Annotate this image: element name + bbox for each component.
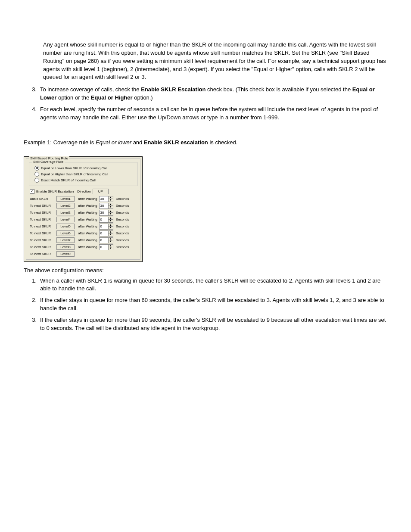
spinner-down-icon[interactable]: ▼ xyxy=(109,247,113,250)
t: check box. (This check box is available … xyxy=(206,86,352,93)
level-row: To next SKLRLevel3after Waiting30▲▼Secon… xyxy=(30,210,138,216)
wait-spinner[interactable]: 0▲▼ xyxy=(99,237,113,243)
level-row-label: To next SKLR xyxy=(30,231,55,235)
level-row-label: To next SKLR xyxy=(30,252,55,256)
wait-value[interactable]: 30 xyxy=(100,196,108,202)
explain-heading: The above configuration means: xyxy=(24,267,387,274)
t: option.) xyxy=(133,94,153,101)
level-button[interactable]: Level5 xyxy=(56,224,75,229)
t: Enable SKLR Escalation xyxy=(141,86,206,93)
t: option or the xyxy=(56,94,91,101)
explain-item-number: 3. xyxy=(24,316,40,333)
level-button[interactable]: Level6 xyxy=(56,230,75,236)
wait-value[interactable]: 0 xyxy=(100,224,108,229)
wait-value[interactable]: 0 xyxy=(100,238,108,243)
level-button[interactable]: Level1 xyxy=(56,196,75,202)
wait-value[interactable]: 30 xyxy=(100,210,108,215)
seconds-label: Seconds xyxy=(116,224,129,228)
level-row: To next SKLRLevel4after Waiting0▲▼Second… xyxy=(30,217,138,223)
coverage-radio-label: Equal or Higher than SKLR of Incoming Ca… xyxy=(41,172,108,176)
spinner-down-icon[interactable]: ▼ xyxy=(109,227,113,229)
level-row-label: To next SKLR xyxy=(30,224,55,228)
level-button[interactable]: Level8 xyxy=(56,244,75,250)
after-waiting-label: after Waiting xyxy=(78,245,97,249)
after-waiting-label: after Waiting xyxy=(78,224,97,228)
skill-routing-fieldset: Skill Based Routing Rule Skill Coverage … xyxy=(26,159,140,260)
wait-spinner[interactable]: 0▲▼ xyxy=(99,224,113,230)
level-row: Basic SKLRLevel1after Waiting30▲▼Seconds xyxy=(30,196,138,202)
t: To increase coverage of calls, check the xyxy=(40,86,141,93)
coverage-radio-label: Exact Match SKLR of Incoming Call xyxy=(41,178,96,182)
level-row-label: To next SKLR xyxy=(30,238,55,242)
wait-spinner[interactable]: 30▲▼ xyxy=(99,210,113,216)
direction-label: Direction xyxy=(77,190,91,193)
level-row-label: Basic SKLR xyxy=(30,197,55,201)
level-row: To next SKLRLevel9 xyxy=(30,251,138,257)
wait-value[interactable]: 0 xyxy=(100,217,108,222)
step4-text: For each level, specify the number of se… xyxy=(40,106,387,122)
coverage-radio[interactable] xyxy=(34,172,39,177)
step3-number: 3. xyxy=(24,86,40,102)
example-heading: Example 1: Coverage rule is Equal or low… xyxy=(24,139,387,146)
wait-spinner[interactable]: 30▲▼ xyxy=(99,196,113,202)
spinner-down-icon[interactable]: ▼ xyxy=(109,199,113,202)
after-waiting-label: after Waiting xyxy=(78,238,97,242)
intro-paragraph: Any agent whose skill number is equal to… xyxy=(43,41,387,81)
seconds-label: Seconds xyxy=(116,238,129,242)
seconds-label: Seconds xyxy=(116,211,129,215)
wait-value[interactable]: 0 xyxy=(100,245,108,250)
after-waiting-label: after Waiting xyxy=(78,211,97,215)
seconds-label: Seconds xyxy=(116,245,129,249)
level-button[interactable]: Level3 xyxy=(56,210,75,215)
explain-item-number: 2. xyxy=(24,296,40,313)
level-row: To next SKLRLevel7after Waiting0▲▼Second… xyxy=(30,237,138,243)
level-row-label: To next SKLR xyxy=(30,245,55,249)
wait-spinner[interactable]: 30▲▼ xyxy=(99,203,113,209)
coverage-radio[interactable] xyxy=(34,166,39,171)
level-button[interactable]: Level9 xyxy=(56,251,75,257)
spinner-down-icon[interactable]: ▼ xyxy=(109,240,113,243)
level-row: To next SKLRLevel5after Waiting0▲▼Second… xyxy=(30,224,138,230)
wait-value[interactable]: 0 xyxy=(100,231,108,236)
inner-legend: Skill Coverage Rule xyxy=(32,160,65,164)
t: is checked. xyxy=(208,139,238,146)
spinner-down-icon[interactable]: ▼ xyxy=(109,206,113,208)
level-row: To next SKLRLevel8after Waiting0▲▼Second… xyxy=(30,244,138,250)
after-waiting-label: after Waiting xyxy=(78,231,97,235)
level-row-label: To next SKLR xyxy=(30,218,55,221)
wait-value[interactable]: 30 xyxy=(100,203,108,208)
level-button[interactable]: Level4 xyxy=(56,217,75,222)
wait-spinner[interactable]: 0▲▼ xyxy=(99,230,113,236)
coverage-radio[interactable] xyxy=(34,178,39,183)
level-row-label: To next SKLR xyxy=(30,211,55,215)
seconds-label: Seconds xyxy=(116,204,129,208)
t: Enable SKLR escalation xyxy=(144,139,208,146)
spinner-down-icon[interactable]: ▼ xyxy=(109,220,113,222)
after-waiting-label: after Waiting xyxy=(78,197,97,201)
spinner-down-icon[interactable]: ▼ xyxy=(109,213,113,215)
skill-routing-panel: Skill Based Routing Rule Skill Coverage … xyxy=(24,156,143,262)
step4-number: 4. xyxy=(24,106,40,122)
explain-item-number: 1. xyxy=(24,277,40,293)
t: Example 1: Coverage rule is xyxy=(24,139,96,146)
seconds-label: Seconds xyxy=(116,197,129,201)
skill-coverage-fieldset: Skill Coverage Rule Equal or Lower than … xyxy=(29,162,137,186)
wait-spinner[interactable]: 0▲▼ xyxy=(99,244,113,250)
t: Equal or lower xyxy=(96,139,131,146)
spinner-down-icon[interactable]: ▼ xyxy=(109,233,113,236)
coverage-radio-label: Equal or Lower than SKLR of Incoming Cal… xyxy=(41,166,107,170)
seconds-label: Seconds xyxy=(116,218,129,221)
wait-spinner[interactable]: 0▲▼ xyxy=(99,217,113,223)
enable-sklr-checkbox[interactable] xyxy=(30,189,34,194)
t: and xyxy=(131,139,144,146)
direction-value: UP xyxy=(93,189,109,194)
level-row: To next SKLRLevel2after Waiting30▲▼Secon… xyxy=(30,203,138,209)
level-row-label: To next SKLR xyxy=(30,204,55,208)
level-row: To next SKLRLevel6after Waiting0▲▼Second… xyxy=(30,230,138,236)
seconds-label: Seconds xyxy=(116,231,129,235)
level-button[interactable]: Level7 xyxy=(56,237,75,243)
step3-text: To increase coverage of calls, check the… xyxy=(40,86,387,102)
explain-item-text: When a caller with SKLR 1 is waiting in … xyxy=(40,277,387,293)
explain-item-text: If the caller stays in queue for more th… xyxy=(40,316,387,333)
level-button[interactable]: Level2 xyxy=(56,203,75,208)
